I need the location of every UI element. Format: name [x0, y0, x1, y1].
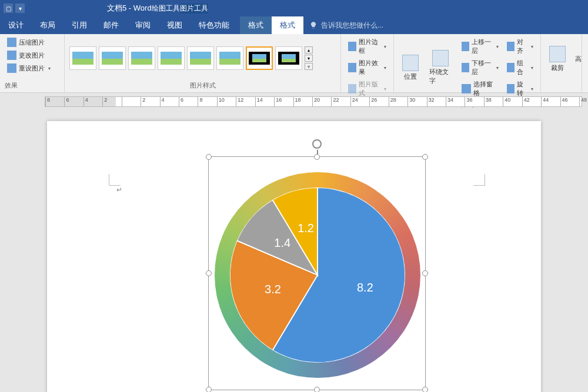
wrap-icon: [432, 50, 449, 66]
resize-handle[interactable]: [422, 154, 428, 160]
layout-icon: [348, 84, 356, 93]
style-item[interactable]: [128, 46, 155, 70]
tab-layout[interactable]: 布局: [32, 16, 64, 34]
change-picture-button[interactable]: 更改图片: [5, 49, 47, 61]
ruler-tick: 6: [64, 97, 69, 106]
group-adjust: 压缩图片 更改图片 重设图片▾ 效果: [0, 34, 65, 92]
style-item[interactable]: [275, 46, 302, 70]
compress-icon: [7, 38, 16, 47]
reset-picon: [7, 63, 16, 73]
resize-handle[interactable]: [206, 387, 212, 392]
gallery-more[interactable]: ▿: [305, 63, 313, 70]
rotate-icon: [507, 84, 514, 93]
group-button[interactable]: 组合▾: [505, 58, 536, 78]
tab-row: 设计 布局 引用 邮件 审阅 视图 特色功能 格式 格式 告诉我您想做什么...: [0, 16, 588, 34]
bring-forward-button[interactable]: 上移一层▾: [459, 36, 502, 56]
ruler-tick: 6: [179, 97, 183, 106]
align-button[interactable]: 对齐▾: [505, 36, 536, 56]
quick-access-toolbar: ▢ ▾: [0, 4, 25, 13]
group-picture-styles: ▴ ▾ ▿ 图片样式: [65, 34, 341, 92]
compress-pictures-button[interactable]: 压缩图片: [5, 36, 47, 48]
ruler-tick: 8: [45, 97, 50, 106]
style-gallery: ▴ ▾ ▿: [69, 46, 313, 70]
pie-label: 1.2: [298, 222, 314, 235]
ruler-tick: 28: [389, 97, 396, 106]
window-title: 文档5 - Word: [107, 3, 152, 14]
ruler-tick: 20: [312, 97, 320, 106]
send-backward-button[interactable]: 下移一层▾: [459, 58, 502, 78]
style-item[interactable]: [99, 46, 126, 70]
align-icon: [507, 42, 514, 51]
lightbulb-icon: [309, 21, 318, 29]
picture-layout-button[interactable]: 图片版式▾: [346, 79, 389, 99]
style-item[interactable]: [216, 46, 243, 70]
resize-handle[interactable]: [422, 270, 428, 276]
reset-picture-button[interactable]: 重设图片▾: [5, 62, 53, 74]
resize-handle[interactable]: [206, 270, 212, 276]
horizontal-ruler[interactable]: 8642246810121416182022242628303234363840…: [45, 96, 582, 107]
ruler-tick: 18: [293, 97, 301, 106]
height-field[interactable]: 高: [573, 53, 584, 65]
crop-button[interactable]: 裁剪: [546, 45, 569, 73]
group-size: 裁剪 高: [541, 34, 582, 92]
wrap-text-button[interactable]: 环绕文字: [426, 49, 456, 86]
selection-pane-button[interactable]: 选择窗格: [459, 79, 502, 99]
style-item-selected[interactable]: [246, 46, 273, 70]
ruler-tick: 32: [427, 97, 435, 106]
tab-features[interactable]: 特色功能: [191, 16, 238, 34]
tab-view[interactable]: 视图: [159, 16, 191, 34]
gallery-down[interactable]: ▾: [305, 55, 313, 62]
tab-mailings[interactable]: 邮件: [95, 16, 127, 34]
style-item[interactable]: [158, 46, 185, 70]
ruler-tick: 26: [369, 97, 377, 106]
group-label-styles: 图片样式: [69, 80, 336, 91]
tab-format-picture[interactable]: 格式: [272, 16, 303, 34]
ruler-tick: 24: [350, 97, 358, 106]
picture-border-button[interactable]: 图片边框▾: [346, 36, 389, 56]
resize-handle[interactable]: [314, 387, 320, 392]
effects-icon: [348, 63, 356, 72]
gallery-up[interactable]: ▴: [305, 46, 313, 53]
style-item[interactable]: [187, 46, 214, 70]
ruler-tick: [122, 97, 123, 106]
qat-item[interactable]: ▢: [4, 4, 13, 13]
tab-design[interactable]: 设计: [0, 16, 32, 34]
ruler-tick: 12: [236, 97, 243, 106]
change-picture-icon: [7, 51, 16, 60]
pie-svg: [230, 187, 405, 363]
chart-selection[interactable]: 8.23.21.41.2: [208, 156, 426, 390]
picture-effects-button[interactable]: 图片效果▾: [346, 58, 389, 78]
pie-label: 1.4: [274, 236, 290, 250]
ruler-tick: 38: [484, 97, 492, 106]
contextual-label-picture: 图片工具: [180, 4, 208, 14]
resize-handle[interactable]: [314, 154, 320, 160]
position-button[interactable]: 位置: [399, 53, 422, 82]
margin-corner: [109, 174, 121, 186]
chevron-down-icon: ▾: [48, 66, 51, 71]
pie-label: 3.2: [265, 283, 281, 296]
resize-handle[interactable]: [206, 154, 212, 160]
ribbon: 压缩图片 更改图片 重设图片▾ 效果 ▴ ▾ ▿: [0, 34, 588, 93]
tab-format-drawing[interactable]: 格式: [240, 16, 272, 34]
tab-references[interactable]: 引用: [64, 16, 95, 34]
page[interactable]: ↵ 8.23.21.41.2: [47, 121, 541, 392]
title-bar: ▢ ▾ 文档5 - Word 绘图工具 图片工具: [0, 0, 588, 16]
resize-handle[interactable]: [422, 387, 428, 392]
ruler-tick: 16: [274, 97, 282, 106]
qat-dropdown[interactable]: ▾: [15, 4, 25, 13]
ruler-tick: 36: [465, 97, 472, 106]
pie-chart: 8.23.21.41.2: [230, 187, 405, 363]
ruler-tick: 48: [579, 97, 587, 106]
tell-me[interactable]: 告诉我您想做什么...: [303, 21, 389, 31]
rotate-button[interactable]: 旋转▾: [505, 79, 536, 99]
paragraph-mark: ↵: [116, 186, 122, 194]
style-item[interactable]: [69, 46, 96, 70]
backward-icon: [462, 63, 469, 72]
contextual-label-drawing: 绘图工具: [152, 4, 180, 14]
tab-review[interactable]: 审阅: [127, 16, 159, 34]
rotate-handle[interactable]: [312, 139, 322, 149]
ruler-tick: 2: [141, 97, 145, 106]
forward-icon: [462, 42, 469, 51]
border-icon: [348, 42, 356, 51]
group-icon: [507, 63, 514, 72]
